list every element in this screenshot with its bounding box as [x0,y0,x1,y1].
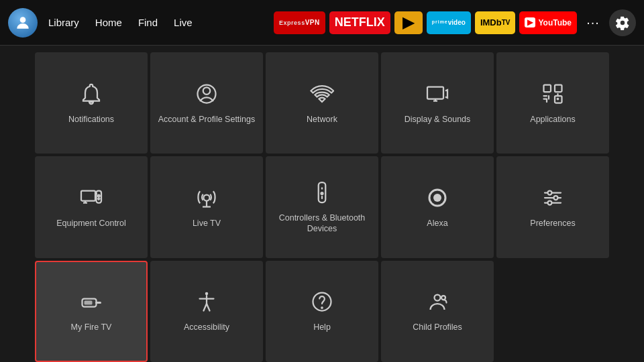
svg-point-25 [548,200,552,204]
app-youtube[interactable]: ▶ YouTube [519,11,577,34]
tile-alexa-label: Alexa [427,218,447,229]
svg-point-23 [548,190,552,194]
more-apps-button[interactable]: ··· [581,11,605,34]
tile-notifications-label: Notifications [68,114,114,125]
apps-grid-icon [541,82,565,109]
svg-point-2 [203,87,211,95]
person-circle-icon [195,82,219,109]
svg-point-35 [321,307,323,308]
antenna-icon [195,186,219,213]
nav-live[interactable]: Live [174,14,193,31]
app-imdb-tv[interactable]: IMDb TV [475,11,516,34]
tile-my-fire-tv-label: My Fire TV [71,322,112,333]
tile-account-label: Account & Profile Settings [158,114,256,125]
tile-live-tv-label: Live TV [193,218,221,229]
tile-network[interactable]: Network [266,52,378,154]
tile-alexa[interactable]: Alexa [381,156,494,257]
tile-applications-label: Applications [530,114,575,125]
svg-point-16 [321,192,323,194]
svg-point-19 [433,194,441,202]
svg-rect-3 [427,86,443,99]
nav-home[interactable]: Home [95,14,122,31]
svg-line-33 [207,304,210,311]
tile-equipment-control-label: Equipment Control [56,218,126,229]
tile-network-label: Network [307,114,337,125]
svg-point-24 [554,196,558,200]
top-navigation: Library Home Find Live ExpressVPN NETFLI… [0,0,644,46]
nav-library[interactable]: Library [48,14,79,31]
settings-button[interactable] [609,9,636,36]
tile-applications[interactable]: Applications [496,52,609,154]
accessibility-icon [195,290,219,316]
tile-preferences-label: Preferences [530,218,575,229]
app-expressvpn[interactable]: ExpressVPN [274,11,325,34]
tile-controllers-bluetooth-label: Controllers & Bluetooth Devices [272,213,372,235]
app-prime-video[interactable]: prime video [427,11,471,34]
tile-display-sounds-label: Display & Sounds [405,114,471,125]
bell-icon [79,82,103,109]
svg-point-29 [205,292,209,296]
remote-icon [310,180,334,207]
app-netflix[interactable]: NETFLIX [329,11,390,34]
nav-links: Library Home Find Live [48,14,193,31]
tile-accessibility-label: Accessibility [184,322,229,333]
svg-rect-28 [85,301,93,305]
nav-app-shortcuts: ExpressVPN NETFLIX ▶ prime video IMDb TV… [274,9,636,36]
empty-tile [496,261,609,362]
svg-line-32 [204,304,207,311]
wifi-icon [310,82,334,109]
display-sound-icon [425,82,449,109]
fire-stick-icon [79,290,103,316]
sliders-icon [541,186,565,213]
nav-find[interactable]: Find [138,14,158,31]
tile-child-profiles-label: Child Profiles [413,322,462,333]
svg-point-0 [20,17,26,23]
tile-help-label: Help [313,322,331,333]
tile-my-fire-tv[interactable]: My Fire TV [35,261,148,362]
svg-rect-8 [81,190,95,200]
tile-child-profiles[interactable]: Child Profiles [381,261,494,362]
svg-rect-4 [544,84,551,92]
tile-account-profile[interactable]: Account & Profile Settings [150,52,263,154]
svg-point-10 [98,194,100,196]
svg-point-11 [204,194,210,200]
question-circle-icon [310,290,334,316]
monitor-remote-icon [79,186,103,213]
app-plex[interactable]: ▶ [394,11,423,34]
child-profile-icon [425,290,449,316]
tile-accessibility[interactable]: Accessibility [150,261,263,362]
tile-help[interactable]: Help [266,261,378,362]
svg-point-7 [557,98,559,99]
settings-grid: Notifications Account & Profile Settings… [35,52,609,362]
tile-notifications[interactable]: Notifications [35,52,148,154]
tile-display-sounds[interactable]: Display & Sounds [381,52,494,154]
tile-live-tv[interactable]: Live TV [150,156,263,257]
svg-rect-5 [555,84,562,92]
alexa-ring-icon [425,186,449,213]
tile-preferences[interactable]: Preferences [496,156,609,257]
tile-controllers-bluetooth[interactable]: Controllers & Bluetooth Devices [266,156,378,257]
svg-point-36 [435,295,441,301]
main-content: Notifications Account & Profile Settings… [0,46,644,362]
tile-equipment-control[interactable]: Equipment Control [35,156,148,257]
user-avatar[interactable] [8,8,38,38]
